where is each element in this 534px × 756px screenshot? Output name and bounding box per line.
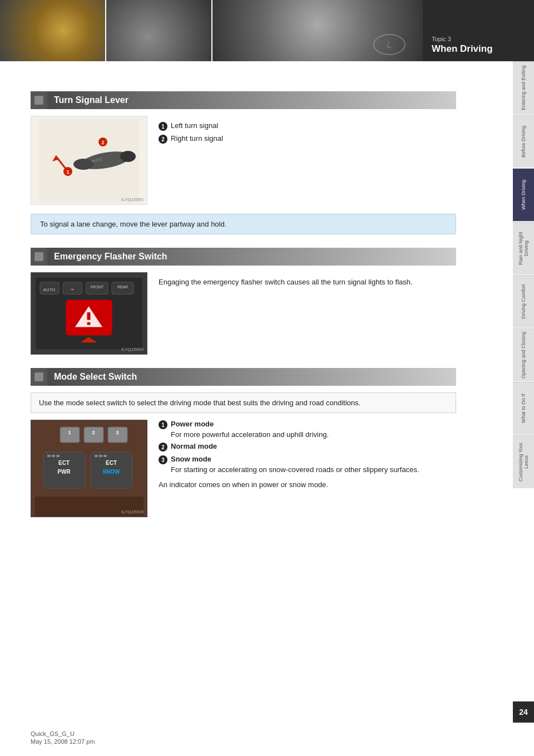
svg-rect-45 bbox=[103, 455, 107, 457]
svg-point-4 bbox=[73, 159, 93, 170]
svg-text:2: 2 bbox=[101, 140, 104, 145]
steering-photo: L bbox=[212, 0, 423, 61]
turn-signal-info-box: To signal a lane change, move the lever … bbox=[31, 214, 456, 234]
svg-text:3: 3 bbox=[116, 430, 118, 435]
sidebar-tabs: Entering and Exiting Before Driving When… bbox=[513, 61, 534, 488]
sidebar-tab-what-to-do[interactable]: What to Do If bbox=[513, 382, 534, 435]
header-banner: L Topic 3 When Driving bbox=[0, 0, 534, 61]
mode-item-snow: 3 Snow mode For starting or accelerating… bbox=[159, 455, 456, 474]
svg-text:AUTO: AUTO bbox=[43, 287, 56, 292]
sidebar-tab-when-driving[interactable]: When Driving bbox=[513, 168, 534, 221]
mode-select-description: Use the mode select switch to select the… bbox=[39, 399, 360, 407]
footer-line2: May 15, 2008 12:07 pm bbox=[31, 738, 95, 745]
mode-svg: 1 2 3 ECT PWR ECT SNOW bbox=[35, 421, 144, 516]
turn-signal-content: 1 2 AUTO ILYQ15092 1 Left turn signal bbox=[31, 116, 456, 205]
mode-info: 1 Power mode For more powerful accelerat… bbox=[159, 420, 456, 517]
header-title: When Driving bbox=[432, 43, 525, 55]
signal-num-2: 2 bbox=[159, 135, 167, 144]
mode-item-normal: 2 Normal mode bbox=[159, 442, 456, 451]
svg-text:2: 2 bbox=[92, 430, 95, 435]
svg-text:1: 1 bbox=[66, 169, 69, 175]
mode-label-power: Power mode bbox=[171, 420, 214, 428]
turn-signal-diagram: 1 2 AUTO ILYQ15092 bbox=[31, 116, 147, 205]
svg-text:1: 1 bbox=[68, 430, 71, 435]
svg-text:REAR: REAR bbox=[117, 285, 128, 289]
mode-content: 1 2 3 ECT PWR ECT SNOW bbox=[31, 420, 456, 517]
headlight-photo bbox=[0, 0, 106, 61]
mode-diagram: 1 2 3 ECT PWR ECT SNOW bbox=[31, 420, 147, 517]
sidebar-tab-entering[interactable]: Entering and Exiting bbox=[513, 61, 534, 114]
signal-list: 1 Left turn signal 2 Right turn signal bbox=[159, 116, 456, 205]
turn-signal-lever-svg: 1 2 AUTO bbox=[39, 119, 139, 202]
svg-text:SNOW: SNOW bbox=[102, 469, 120, 475]
mode-select-icon bbox=[31, 368, 47, 386]
flasher-content: AUTO ⌁ FRONT REAR ILYQ15093 bbox=[31, 272, 456, 355]
footer-line1: Quick_GS_G_U bbox=[31, 730, 95, 737]
flasher-icon bbox=[31, 248, 47, 266]
mode-num-3: 3 bbox=[159, 455, 167, 464]
flasher-svg: AUTO ⌁ FRONT REAR bbox=[36, 277, 142, 350]
signal-label-1: Left turn signal bbox=[171, 121, 218, 130]
turn-signal-diagram-label: ILYQ15092 bbox=[121, 197, 144, 202]
sidebar-tab-before[interactable]: Before Driving bbox=[513, 115, 534, 168]
sidebar-tab-comfort[interactable]: Driving Comfort bbox=[513, 275, 534, 328]
page-number: 24 bbox=[513, 701, 534, 723]
svg-text:ECT: ECT bbox=[106, 460, 117, 466]
svg-text:L: L bbox=[387, 40, 392, 50]
svg-text:PWR: PWR bbox=[57, 469, 71, 475]
header-topic: Topic 3 bbox=[432, 36, 525, 42]
mode-select-info-box: Use the mode select switch to select the… bbox=[31, 392, 456, 413]
signal-item-2: 2 Right turn signal bbox=[159, 134, 456, 144]
interior-photo bbox=[106, 0, 212, 61]
header-title-block: Topic 3 When Driving bbox=[423, 0, 534, 61]
mode-item-power: 1 Power mode For more powerful accelerat… bbox=[159, 420, 456, 439]
svg-rect-25 bbox=[87, 322, 91, 325]
mode-select-header: Mode Select Switch bbox=[31, 368, 456, 386]
signal-item-1: 1 Left turn signal bbox=[159, 121, 456, 131]
svg-text:ECT: ECT bbox=[58, 460, 70, 466]
mode-desc-power: For more powerful acceleration and uphil… bbox=[171, 430, 456, 439]
flasher-diagram-label: ILYQ15093 bbox=[121, 347, 144, 352]
footer: Quick_GS_G_U May 15, 2008 12:07 pm bbox=[31, 730, 95, 745]
mode-desc-snow: For starting or accelerating on snow-cov… bbox=[171, 465, 456, 474]
mode-bottom-note: An indicator comes on when in power or s… bbox=[159, 480, 456, 489]
svg-text:⌁: ⌁ bbox=[71, 286, 74, 292]
svg-rect-37 bbox=[47, 455, 51, 457]
flasher-description-area: Engaging the emergency flasher switch ca… bbox=[159, 272, 456, 355]
svg-rect-44 bbox=[99, 455, 102, 457]
svg-rect-39 bbox=[56, 455, 60, 457]
flasher-diagram: AUTO ⌁ FRONT REAR ILYQ15093 bbox=[31, 272, 147, 355]
mode-label-normal: Normal mode bbox=[171, 442, 217, 450]
signal-num-1: 1 bbox=[159, 122, 167, 131]
svg-text:FRONT: FRONT bbox=[90, 285, 103, 289]
turn-signal-icon bbox=[31, 91, 47, 109]
mode-diagram-label: ILYQ15016 bbox=[121, 509, 144, 514]
flasher-description: Engaging the emergency flasher switch ca… bbox=[159, 277, 456, 288]
turn-signal-header: Turn Signal Lever bbox=[31, 91, 456, 109]
svg-point-5 bbox=[120, 151, 136, 162]
mode-label-snow: Snow mode bbox=[171, 455, 211, 463]
main-content: Turn Signal Lever 1 bbox=[0, 61, 512, 551]
svg-rect-24 bbox=[87, 312, 91, 320]
signal-label-2: Right turn signal bbox=[171, 134, 223, 143]
mode-num-1: 1 bbox=[159, 420, 167, 429]
turn-signal-title: Turn Signal Lever bbox=[47, 95, 128, 105]
header-photos: L bbox=[0, 0, 423, 61]
sidebar-tab-opening[interactable]: Opening and Closing bbox=[513, 328, 534, 381]
turn-signal-info-text: To signal a lane change, move the lever … bbox=[40, 220, 226, 228]
flasher-header: Emergency Flasher Switch bbox=[31, 248, 456, 266]
svg-rect-43 bbox=[95, 455, 98, 457]
mode-select-title: Mode Select Switch bbox=[47, 372, 137, 382]
flasher-title: Emergency Flasher Switch bbox=[47, 252, 167, 262]
mode-num-2: 2 bbox=[159, 443, 167, 451]
sidebar-tab-customizing[interactable]: Customizing Your Lexus bbox=[513, 435, 534, 488]
svg-rect-38 bbox=[52, 455, 55, 457]
sidebar-tab-rain-night[interactable]: Rain and Night Driving bbox=[513, 222, 534, 274]
